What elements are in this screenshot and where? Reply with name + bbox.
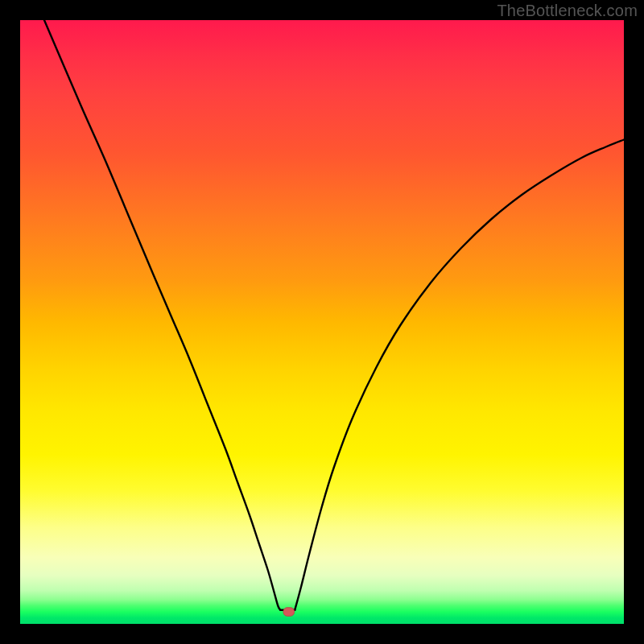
watermark-text: TheBottleneck.com <box>497 2 638 20</box>
chart-frame: TheBottleneck.com <box>0 0 644 644</box>
plot-area <box>20 20 624 624</box>
chart-svg <box>20 20 624 624</box>
trough-marker <box>283 608 295 617</box>
curve-left-branch <box>44 20 280 610</box>
curve-right-branch <box>295 140 624 610</box>
